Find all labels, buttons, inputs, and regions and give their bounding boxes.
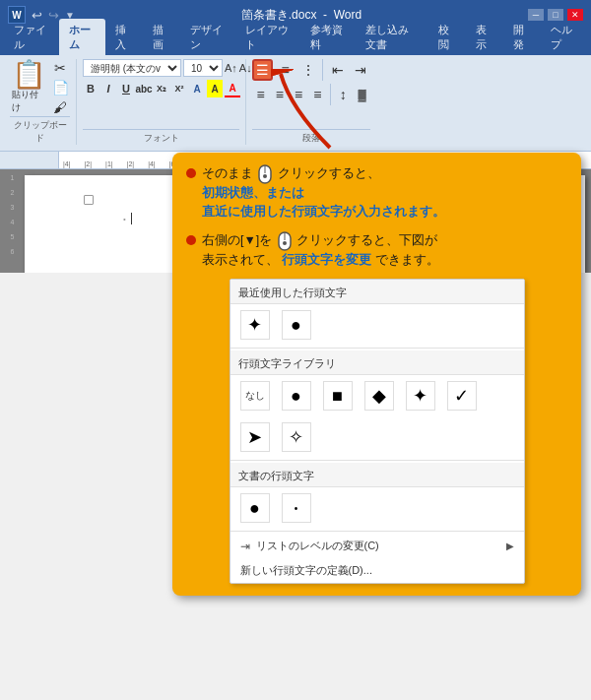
paragraph-label: 段落 [252,129,370,145]
text-box-indicator [84,195,94,205]
text-show-2: 表示されて、 [202,253,279,267]
cursor [131,213,132,224]
font-row2: B I U abc X₂ X² A A A [83,80,239,97]
bullet-point-indicator: • [123,215,126,223]
tab-mailings[interactable]: 差し込み文書 [356,19,428,55]
italic-button[interactable]: I [100,80,116,97]
tab-dev[interactable]: 開発 [503,19,541,55]
library-symbol-none[interactable]: なし [240,381,270,411]
tab-design[interactable]: デザイン [180,19,235,55]
bullet-1 [186,168,196,178]
submenu-arrow-icon: ▶ [506,541,514,551]
doc-symbol-small-circle[interactable]: • [282,493,311,523]
library-symbol-square[interactable]: ■ [323,381,353,411]
library-symbols-row1: なし ● ■ ◆ ✦ ✓ [230,375,524,416]
font-row1: 游明朝 (本文のv 10.5 A↑ A↓ [83,59,239,77]
para-row2: ≡ ≡ ≡ ≡ ↕ ▓ [252,84,370,105]
library-symbol-diamond[interactable]: ◆ [364,381,394,411]
highlight-color-button[interactable]: A [207,80,223,97]
text-suffix-2: できます。 [375,253,439,267]
tab-review[interactable]: 校閲 [428,19,466,55]
font-size-select[interactable]: 10.5 [183,59,223,77]
cut-copy-column: ✂ 📄 🖌 [50,59,70,116]
library-symbols-row2: ➤ ✧ [230,416,524,458]
level-change-icon: ⇥ [240,540,250,553]
font-color-button[interactable]: A [225,80,240,97]
callout-item-1: そのまま クリックすると、 初期状態、または 直近に使用した行頭文字が入力されま… [186,164,567,222]
shading-button[interactable]: ▓ [354,84,370,105]
ribbon-tabs: ファイル ホーム 挿入 描画 デザイン レイアウト 参考資料 差し込み文書 校閲… [0,30,591,55]
align-left-button[interactable]: ≡ [252,84,269,105]
tab-help[interactable]: ヘルプ [541,19,587,55]
text-click-2: クリックすると、下図が [296,233,437,247]
bold-button[interactable]: B [83,80,98,97]
menu-new-label: 新しい行頭文字の定義(D)... [240,563,372,578]
redo-button[interactable]: ↪ [48,8,59,23]
subscript-button[interactable]: X₂ [154,80,169,97]
clipboard-label: クリップボード [10,116,70,145]
numbered-list-button[interactable]: ≡ [275,59,296,81]
justify-button[interactable]: ≡ [309,84,326,105]
font-label: フォント [83,129,239,145]
separator-3 [230,531,524,532]
menu-item-new[interactable]: 新しい行頭文字の定義(D)... [230,558,524,583]
copy-button[interactable]: 📄 [50,79,70,96]
recent-symbol-circle[interactable]: ● [282,310,311,340]
doc-symbol-big-circle[interactable]: ● [240,493,270,523]
library-symbol-star4[interactable]: ✧ [282,422,311,452]
decrease-indent-button[interactable]: ⇤ [327,59,348,81]
tab-file[interactable]: ファイル [4,19,59,55]
align-center-button[interactable]: ≡ [271,84,288,105]
library-symbol-check[interactable]: ✓ [447,381,477,411]
tab-home[interactable]: ホーム [59,19,105,55]
vertical-ruler: 123456 [0,169,25,273]
grow-font-button[interactable]: A↑ [225,62,237,74]
bullets-button[interactable]: ☰ [252,59,273,81]
paragraph-group: ☰ ≡ ⋮ ⇤ ⇥ ≡ ≡ ≡ ≡ ↕ ▓ 段落 [248,59,376,145]
para-row1: ☰ ≡ ⋮ ⇤ ⇥ [252,59,370,81]
format-painter-button[interactable]: 🖌 [50,98,70,116]
text-effects-button[interactable]: A [189,80,205,97]
line-spacing-button[interactable]: ↕ [335,84,352,105]
paste-label: 貼り付け [12,89,46,114]
font-group: 游明朝 (本文のv 10.5 A↑ A↓ B I U abc X₂ X² A A… [79,59,246,145]
tab-draw[interactable]: 描画 [143,19,180,55]
library-symbol-colorstar[interactable]: ✦ [406,381,435,411]
tab-references[interactable]: 参考資料 [300,19,356,55]
cut-button[interactable]: ✂ [50,59,70,77]
text-blue-2: 行頭文字を変更 [282,253,371,267]
increase-indent-button[interactable]: ⇥ [350,59,370,81]
library-symbol-arrow[interactable]: ➤ [240,422,270,452]
svg-point-3 [263,174,267,178]
separator-2 [230,460,524,461]
font-name-select[interactable]: 游明朝 (本文のv [83,59,181,77]
library-symbol-circle[interactable]: ● [282,381,311,411]
text-blue-1b: 直近に使用した行頭文字が入力されます。 [202,205,445,219]
paste-icon: 📋 [12,61,46,89]
callout-item-2: 右側の[▼]を クリックすると、下図が 表示されて、 行頭文字を変更 できます。 [186,231,567,270]
clipboard-group: 📋 貼り付け ✂ 📄 🖌 クリップボード [6,59,77,145]
tab-view[interactable]: 表示 [466,19,503,55]
text-blue-1a: 初期状態、または [202,186,304,200]
text-prefix-1: そのまま [202,166,256,180]
mouse-icon-2 [278,231,292,251]
strikethrough-button[interactable]: abc [136,80,152,97]
menu-level-label: リストのレベルの変更(C) [256,539,379,553]
doc-symbols-row: ● • [230,487,524,529]
separator-1 [230,348,524,349]
svg-point-6 [283,241,287,245]
recent-section-title: 最近使用した行頭文字 [230,280,524,304]
text-click-1: クリックすると、 [278,166,380,180]
align-right-button[interactable]: ≡ [290,84,306,105]
underline-button[interactable]: U [118,80,134,97]
callout-text-2: 右側の[▼]を クリックすると、下図が 表示されて、 行頭文字を変更 できます。 [202,231,567,270]
bullet-dropdown-panel: 最近使用した行頭文字 ✦ ● 行頭文字ライブラリ なし ● ■ ◆ ✦ ✓ ➤ … [230,279,525,584]
recent-symbol-sparkle[interactable]: ✦ [240,310,270,340]
superscript-button[interactable]: X² [171,80,187,97]
tab-insert[interactable]: 挿入 [105,19,143,55]
tab-layout[interactable]: レイアウト [235,19,299,55]
multilevel-list-button[interactable]: ⋮ [297,59,318,81]
paste-button[interactable]: 📋 貼り付け [10,59,48,116]
recent-symbols-row: ✦ ● [230,304,524,346]
menu-item-level[interactable]: ⇥ リストのレベルの変更(C) ▶ [230,534,524,558]
